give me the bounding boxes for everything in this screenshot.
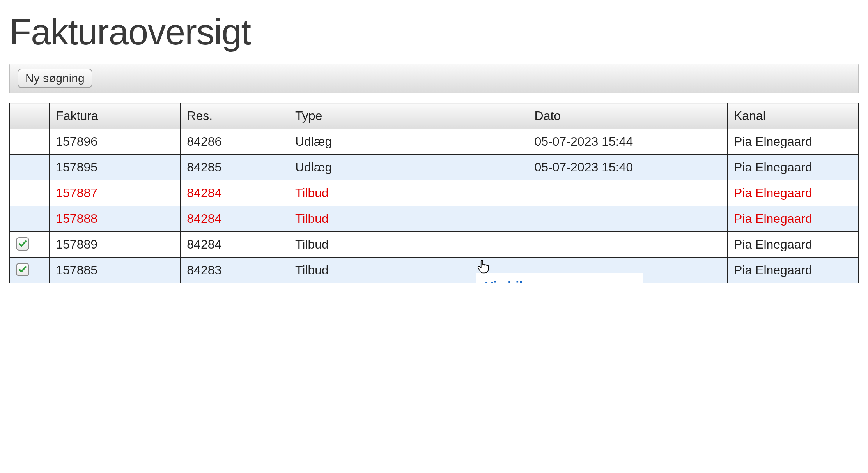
row-status-icon-cell: [10, 232, 50, 258]
cell-faktura: 157896: [50, 129, 181, 155]
cell-dato: 05-07-2023 15:40: [528, 155, 727, 180]
cell-res: 84284: [181, 206, 289, 232]
cell-type: Udlæg: [289, 129, 528, 155]
col-res[interactable]: Res.: [181, 103, 289, 129]
table-row[interactable]: 15788984284TilbudPia Elnegaard: [10, 232, 859, 258]
menu-item[interactable]: Vis bilag: [476, 274, 643, 283]
table-row[interactable]: 15789584285Udlæg05-07-2023 15:40Pia Elne…: [10, 155, 859, 180]
col-dato[interactable]: Dato: [528, 103, 727, 129]
table-row[interactable]: 15788584283TilbudPia Elnegaard: [10, 258, 859, 283]
cell-faktura: 157887: [50, 180, 181, 206]
row-status-icon-cell: [10, 258, 50, 283]
table-row[interactable]: 15788884284TilbudPia Elnegaard: [10, 206, 859, 232]
row-status-icon-cell: [10, 180, 50, 206]
cell-dato: [528, 232, 727, 258]
cell-res: 84285: [181, 155, 289, 180]
row-status-icon-cell: [10, 155, 50, 180]
col-kanal[interactable]: Kanal: [727, 103, 858, 129]
col-type[interactable]: Type: [289, 103, 528, 129]
cell-dato: 05-07-2023 15:44: [528, 129, 727, 155]
check-icon: [16, 263, 29, 276]
cell-res: 84283: [181, 258, 289, 283]
table-row[interactable]: 15788784284TilbudPia Elnegaard: [10, 180, 859, 206]
cell-dato: [528, 206, 727, 232]
row-status-icon-cell: [10, 206, 50, 232]
page-title: Fakturaoversigt: [9, 12, 859, 53]
col-icon[interactable]: [10, 103, 50, 129]
toolbar: Ny søgning: [9, 64, 859, 93]
cell-res: 84284: [181, 180, 289, 206]
cell-kanal: Pia Elnegaard: [727, 232, 858, 258]
table-row[interactable]: 15789684286Udlæg05-07-2023 15:44Pia Elne…: [10, 129, 859, 155]
table-header-row: Faktura Res. Type Dato Kanal: [10, 103, 859, 129]
cell-faktura: 157895: [50, 155, 181, 180]
col-faktura[interactable]: Faktura: [50, 103, 181, 129]
cell-faktura: 157889: [50, 232, 181, 258]
context-menu[interactable]: Vis bilagDetaljerIndbetaling/bogføringUd…: [476, 273, 643, 283]
cell-faktura: 157885: [50, 258, 181, 283]
cell-type: Tilbud: [289, 206, 528, 232]
cell-dato: [528, 180, 727, 206]
cell-kanal: Pia Elnegaard: [727, 258, 858, 283]
cell-kanal: Pia Elnegaard: [727, 206, 858, 232]
cell-kanal: Pia Elnegaard: [727, 155, 858, 180]
cell-kanal: Pia Elnegaard: [727, 129, 858, 155]
cell-type: Tilbud: [289, 232, 528, 258]
new-search-button[interactable]: Ny søgning: [18, 69, 92, 88]
cell-faktura: 157888: [50, 206, 181, 232]
check-icon: [16, 237, 29, 251]
cell-res: 84286: [181, 129, 289, 155]
cell-kanal: Pia Elnegaard: [727, 180, 858, 206]
cell-type: Udlæg: [289, 155, 528, 180]
cell-res: 84284: [181, 232, 289, 258]
invoice-table: Faktura Res. Type Dato Kanal 15789684286…: [9, 103, 859, 283]
row-status-icon-cell: [10, 129, 50, 155]
cell-type: Tilbud: [289, 180, 528, 206]
